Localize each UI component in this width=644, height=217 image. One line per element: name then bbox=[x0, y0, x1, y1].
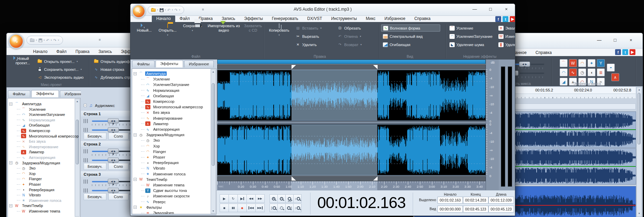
collapse-icon[interactable]: − bbox=[9, 161, 12, 164]
zoom-selection-start-button[interactable]: [ bbox=[270, 204, 278, 212]
channel-divider[interactable] bbox=[217, 121, 486, 124]
youtube-icon[interactable]: ▶ bbox=[630, 49, 635, 55]
tree-item-сдвиг высоты тона[interactable]: YСдвиг высоты тона bbox=[141, 188, 188, 193]
view-mode-1[interactable]: ∿Волновая форма bbox=[381, 24, 440, 32]
tree-item-реверберация[interactable]: ◖Реверберация bbox=[141, 160, 180, 165]
tree-item-хор[interactable]: ◠Хор bbox=[17, 171, 36, 176]
panel-tab-эффекты[interactable]: Эффекты bbox=[156, 60, 183, 67]
new-project-button[interactable]: Новый проект... bbox=[11, 56, 34, 65]
tree-item-flanger[interactable]: ◠Flanger bbox=[17, 176, 43, 182]
tree-item-эхо[interactable]: ◷Эхо bbox=[17, 165, 36, 171]
recent-effect-удаление шума[interactable]: ◣Удаление шума bbox=[448, 41, 486, 48]
ribbon-doc-button[interactable]: Новый... bbox=[134, 24, 155, 33]
volume-slider[interactable]: ◀▶ bbox=[92, 127, 136, 133]
tree-item-задержка/модуляция[interactable]: −◷Задержка/Модуляция bbox=[9, 160, 61, 166]
tree-item-фильтры[interactable]: −★Фильтры bbox=[134, 205, 163, 210]
to-start-button[interactable]: ◀◀ bbox=[246, 204, 256, 212]
mute-button[interactable]: Беззвуч. bbox=[84, 133, 106, 140]
ribbon-folder-button[interactable]: Открыть...▾ bbox=[157, 24, 179, 37]
time-ruler[interactable]: чмс 0:200:300:400:501:001:101:201:301:40… bbox=[217, 181, 486, 190]
view-mode-2[interactable]: Спектральный вид bbox=[381, 33, 440, 40]
tab-начало[interactable]: Начало bbox=[152, 15, 175, 22]
tree-item-компрессор[interactable]: ∿Компрессор bbox=[141, 99, 176, 104]
collapse-icon[interactable]: − bbox=[134, 133, 137, 137]
tab-справка[interactable]: Справка bbox=[531, 50, 556, 56]
tree-item-усиление[interactable]: ⌒Усиление bbox=[17, 107, 47, 112]
scroll-thumb[interactable] bbox=[212, 83, 215, 166]
record-button[interactable]: ● bbox=[237, 204, 247, 212]
tab-файл[interactable]: Файл bbox=[52, 48, 71, 55]
panel-tab-файлы[interactable]: Файлы bbox=[8, 90, 30, 97]
tree-item-амплитуда[interactable]: −⌒Амплитуда bbox=[9, 101, 42, 107]
tree-item-хор[interactable]: ◠Хор bbox=[141, 143, 161, 149]
tab-эффекты[interactable]: Эффекты bbox=[240, 15, 267, 22]
ribbon-item-обрезать[interactable]: ⊡Обрезать bbox=[336, 24, 363, 32]
tree-item-многополосный компрессор[interactable]: ∿Многополосный компрессор bbox=[17, 133, 80, 139]
save-icon[interactable] bbox=[160, 8, 163, 12]
collapse-icon[interactable]: − bbox=[9, 102, 12, 106]
zoom-selection-end-button[interactable]: ] bbox=[285, 204, 294, 212]
tree-item-vibrato[interactable]: NVibrato bbox=[141, 165, 166, 171]
open-icon[interactable] bbox=[151, 9, 156, 12]
waveform-channel-left[interactable] bbox=[217, 69, 486, 121]
close-button[interactable]: × bbox=[627, 36, 634, 43]
maximize-button[interactable]: □ bbox=[612, 36, 619, 43]
panel-tab-эффекты[interactable]: Эффекты bbox=[31, 90, 59, 97]
selection-bar-top[interactable] bbox=[217, 64, 486, 69]
collapse-icon[interactable]: − bbox=[134, 178, 137, 181]
volume-slider[interactable]: ◀▶ bbox=[92, 188, 136, 193]
solo-button[interactable]: Соло bbox=[108, 193, 128, 200]
mix-effect-icon-16[interactable]: ◓ bbox=[607, 64, 615, 72]
tree-item-автокоррекция[interactable]: ∿Автокоррекция bbox=[141, 127, 181, 132]
tab-избранное[interactable]: Избранное bbox=[380, 15, 410, 22]
waveform-overview-bar[interactable] bbox=[217, 59, 486, 64]
tree-item-задержка/модуляция[interactable]: −◷Задержка/Модуляция bbox=[134, 132, 186, 138]
minimize-button[interactable]: — bbox=[596, 36, 603, 43]
stop-button[interactable]: ■ bbox=[220, 204, 229, 212]
ribbon-save-button[interactable]: Сохранить▾ bbox=[181, 24, 204, 33]
tab-микс[interactable]: Микс bbox=[361, 15, 380, 22]
facebook-icon[interactable]: f bbox=[495, 16, 501, 22]
play-button[interactable]: ▶ bbox=[220, 194, 229, 203]
collapse-icon[interactable]: − bbox=[134, 206, 137, 209]
undo-icon[interactable]: ↶ bbox=[46, 38, 49, 43]
selection-marker[interactable] bbox=[292, 176, 296, 181]
twitter-icon[interactable]: t bbox=[622, 49, 628, 55]
qat-menu-icon[interactable]: ≡ bbox=[202, 8, 204, 11]
recent-effect-удаление тишины[interactable]: ❚Удаление тишины bbox=[497, 41, 515, 48]
panel-tab-избранное[interactable]: Избранное bbox=[184, 61, 214, 67]
view-mode-3[interactable]: Огибающая bbox=[381, 41, 440, 48]
scroll-down[interactable]: ▼ bbox=[637, 211, 642, 216]
recent-effect-эквалайзер[interactable]: ≣Эквалайзер bbox=[497, 24, 515, 32]
redo-icon[interactable]: ↷ bbox=[175, 8, 178, 12]
panel-tab-файлы[interactable]: Файлы bbox=[132, 61, 155, 67]
facebook-icon[interactable]: f bbox=[615, 49, 621, 55]
ribbon-item-экспортировать аудио[interactable]: ◁Экспортировать аудио bbox=[35, 74, 85, 81]
zoom-vertical-in-button[interactable]: ↕ bbox=[293, 194, 302, 203]
zoom-out-button[interactable]: − bbox=[277, 194, 286, 203]
ribbon-copy-button[interactable]: Копировать▾ bbox=[267, 24, 292, 37]
tree-item-нормализация[interactable]: ∿Нормализация bbox=[141, 88, 180, 93]
tab-файл[interactable]: Файл bbox=[175, 15, 194, 22]
zoom-selection-button[interactable] bbox=[277, 204, 286, 212]
tree-item-изменение скорости[interactable]: ♪Изменение скорости bbox=[141, 193, 191, 199]
tree-item-реверс[interactable]: ∿Реверс bbox=[141, 199, 167, 205]
tree-item-эхо[interactable]: ◷Эхо bbox=[141, 138, 161, 143]
qat-menu-icon[interactable]: ≡ bbox=[99, 38, 101, 42]
scroll-thumb[interactable] bbox=[76, 120, 79, 164]
tree-item-без звука[interactable]: ✕Без звука bbox=[17, 139, 47, 144]
collapse-icon[interactable]: − bbox=[9, 204, 12, 207]
mix-effect-icon-8[interactable]: ◷ bbox=[578, 68, 586, 76]
twitter-icon[interactable]: t bbox=[503, 16, 508, 22]
quick-access-toolbar[interactable]: ▾ ▾ ↶▾ ↷▾ bbox=[27, 36, 63, 45]
tree-item-огибающая[interactable]: ◢Огибающая bbox=[17, 122, 51, 128]
tree-item-vibrato[interactable]: NVibrato bbox=[17, 192, 42, 198]
mix-effect-icon-7[interactable]: ∿ bbox=[569, 68, 577, 76]
mix-scrollbar[interactable]: ▲ ▼ bbox=[636, 87, 642, 217]
tree-item-лимитер[interactable]: ∧Лимитер bbox=[17, 149, 45, 155]
ribbon-item-сохранить проект...[interactable]: Сохранить проект...▾ bbox=[35, 66, 84, 73]
zoom-100-button[interactable]: 100 bbox=[285, 194, 294, 203]
app-logo-icon[interactable]: ∿ bbox=[132, 4, 146, 18]
tree-item-изменение голоса[interactable]: ★Изменение голоса bbox=[141, 171, 187, 177]
tab-генерировать[interactable]: Генерировать bbox=[267, 15, 303, 22]
